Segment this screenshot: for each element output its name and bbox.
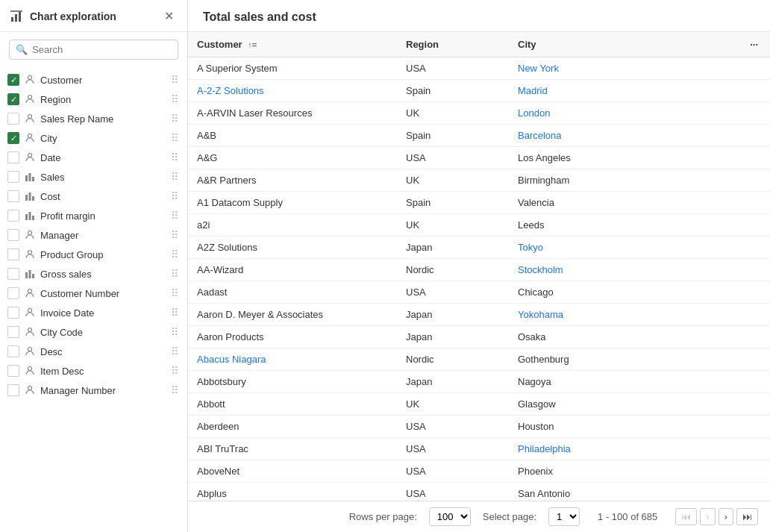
field-item-city_code[interactable]: City Code⠿ [0, 322, 187, 342]
cell-region: USA [397, 57, 509, 80]
drag-handle-sales[interactable]: ⠿ [169, 171, 180, 183]
chart-exploration-icon [10, 10, 24, 23]
field-icon-gross_sales [24, 268, 36, 280]
table-row: a2iUKLeeds [188, 214, 770, 237]
drag-handle-region[interactable]: ⠿ [169, 93, 180, 105]
field-item-customer[interactable]: Customer⠿ [0, 70, 187, 90]
cell-region: Japan [397, 371, 509, 393]
field-checkbox-date[interactable] [7, 151, 19, 163]
field-item-desc[interactable]: Desc⠿ [0, 342, 187, 361]
drag-handle-profit_margin[interactable]: ⠿ [169, 210, 180, 222]
col-header-customer[interactable]: Customer ↑= [188, 32, 397, 57]
cell-city[interactable]: New York [509, 57, 658, 80]
cell-region: USA [397, 416, 509, 438]
field-item-manager_number[interactable]: Manager Number⠿ [0, 381, 187, 400]
field-icon-manager [24, 229, 36, 241]
field-item-gross_sales[interactable]: Gross sales⠿ [0, 264, 187, 284]
field-item-customer_number[interactable]: Customer Number⠿ [0, 284, 187, 303]
field-checkbox-sales[interactable] [7, 171, 19, 183]
drag-handle-city[interactable]: ⠿ [169, 132, 180, 144]
cell-extra [658, 147, 770, 169]
table-row: Aaron ProductsJapanOsaka [188, 326, 770, 348]
cell-customer[interactable]: Abacus Niagara [188, 348, 397, 371]
drag-handle-sales_rep_name[interactable]: ⠿ [169, 113, 180, 125]
field-item-product_group[interactable]: Product Group⠿ [0, 245, 187, 264]
drag-handle-desc[interactable]: ⠿ [169, 345, 180, 357]
col-header-region[interactable]: Region [397, 32, 509, 57]
field-checkbox-profit_margin[interactable] [7, 210, 19, 222]
svg-rect-2 [19, 12, 21, 22]
rows-per-page-select[interactable]: 100 10 25 50 [429, 507, 471, 526]
search-input[interactable] [32, 44, 172, 55]
field-checkbox-gross_sales[interactable] [7, 268, 19, 280]
field-checkbox-customer[interactable] [7, 74, 19, 86]
field-label-invoice_date: Invoice Date [40, 307, 165, 319]
prev-page-button[interactable]: ‹ [700, 508, 715, 525]
col-header-city[interactable]: City [509, 32, 658, 57]
field-checkbox-city_code[interactable] [7, 326, 19, 338]
cell-city[interactable]: Tokyo [509, 237, 658, 259]
field-checkbox-invoice_date[interactable] [7, 307, 19, 319]
cell-customer: A Superior System [188, 57, 397, 80]
field-label-desc: Desc [40, 346, 165, 357]
field-checkbox-cost[interactable] [7, 190, 19, 202]
cell-customer: ABI TruTrac [188, 438, 397, 460]
cell-city[interactable]: Philadelphia [509, 438, 658, 460]
field-item-city[interactable]: City⠿ [0, 128, 187, 148]
field-item-invoice_date[interactable]: Invoice Date⠿ [0, 303, 187, 322]
field-item-cost[interactable]: Cost⠿ [0, 187, 187, 206]
cell-customer[interactable]: A-2-Z Solutions [188, 80, 397, 102]
cell-city[interactable]: Stockholm [509, 259, 658, 281]
table-container[interactable]: Customer ↑= Region City ··· A Superior S… [188, 32, 770, 501]
next-page-button[interactable]: › [719, 508, 733, 525]
cell-city[interactable]: Madrid [509, 80, 658, 102]
field-checkbox-manager[interactable] [7, 229, 19, 241]
first-page-button[interactable]: ⏮ [675, 508, 697, 525]
select-page-select[interactable]: 1 2 3 4 5 6 7 [548, 507, 580, 526]
field-item-date[interactable]: Date⠿ [0, 148, 187, 167]
close-button[interactable]: ✕ [161, 9, 177, 24]
field-checkbox-region[interactable] [7, 93, 19, 105]
drag-handle-product_group[interactable]: ⠿ [169, 248, 180, 260]
cell-extra [658, 102, 770, 125]
drag-handle-gross_sales[interactable]: ⠿ [169, 268, 180, 280]
col-header-more[interactable]: ··· [658, 32, 770, 57]
cell-region: Spain [397, 80, 509, 102]
field-item-region[interactable]: Region⠿ [0, 90, 187, 109]
svg-rect-14 [32, 196, 34, 201]
drag-handle-date[interactable]: ⠿ [169, 151, 180, 163]
cell-city[interactable]: London [509, 102, 658, 125]
field-checkbox-item_desc[interactable] [7, 365, 19, 377]
field-checkbox-desc[interactable] [7, 345, 19, 357]
drag-handle-manager[interactable]: ⠿ [169, 229, 180, 241]
drag-handle-manager_number[interactable]: ⠿ [169, 384, 180, 396]
field-checkbox-customer_number[interactable] [7, 287, 19, 299]
svg-point-25 [28, 328, 32, 332]
field-checkbox-product_group[interactable] [7, 248, 19, 260]
drag-handle-city_code[interactable]: ⠿ [169, 326, 180, 338]
cell-city[interactable]: Yokohama [509, 304, 658, 326]
field-label-cost: Cost [40, 191, 165, 202]
pagination-info: 1 - 100 of 685 [598, 511, 657, 522]
drag-handle-invoice_date[interactable]: ⠿ [169, 307, 180, 319]
field-icon-city_code [24, 326, 36, 338]
drag-handle-cost[interactable]: ⠿ [169, 190, 180, 202]
field-item-sales_rep_name[interactable]: Sales Rep Name⠿ [0, 109, 187, 128]
field-checkbox-manager_number[interactable] [7, 384, 19, 396]
field-item-sales[interactable]: Sales⠿ [0, 167, 187, 187]
field-checkbox-city[interactable] [7, 132, 19, 144]
last-page-button[interactable]: ⏭ [736, 508, 758, 525]
drag-handle-customer_number[interactable]: ⠿ [169, 287, 180, 299]
field-label-manager_number: Manager Number [40, 385, 165, 396]
cell-city[interactable]: Barcelona [509, 125, 658, 147]
cell-customer: A&R Partners [188, 169, 397, 192]
field-item-profit_margin[interactable]: Profit margin⠿ [0, 206, 187, 225]
field-item-item_desc[interactable]: Item Desc⠿ [0, 361, 187, 381]
field-icon-product_group [24, 248, 36, 260]
drag-handle-item_desc[interactable]: ⠿ [169, 365, 180, 377]
field-item-manager[interactable]: Manager⠿ [0, 225, 187, 245]
drag-handle-customer[interactable]: ⠿ [169, 74, 180, 86]
svg-rect-20 [25, 272, 28, 278]
cell-customer: Aadast [188, 281, 397, 304]
field-checkbox-sales_rep_name[interactable] [7, 113, 19, 125]
